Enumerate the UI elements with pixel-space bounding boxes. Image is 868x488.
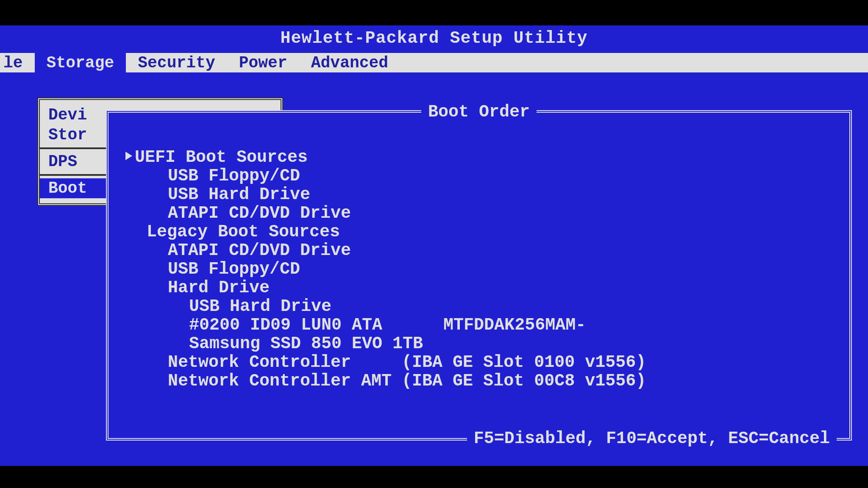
boot-item[interactable]: ATAPI CD/DVD Drive (125, 204, 646, 223)
panel-footer-hints: F5=Disabled, F10=Accept, ESC=Cancel (467, 429, 837, 448)
tab-storage[interactable]: Storage (35, 53, 126, 72)
boot-item[interactable]: USB Floppy/CD (125, 260, 646, 279)
tab-advanced[interactable]: Advanced (299, 53, 400, 72)
boot-item[interactable]: Network Controller (IBA GE Slot 0100 v15… (125, 353, 646, 372)
uefi-boot-sources[interactable]: UEFI Boot Sources (125, 148, 308, 167)
tab-file[interactable]: le (0, 53, 35, 72)
boot-item[interactable]: Network Controller AMT (IBA GE Slot 00C8… (125, 372, 646, 391)
boot-item[interactable]: USB Floppy/CD (125, 167, 646, 186)
boot-order-panel: Boot Order UEFI Boot Sources USB Floppy/… (106, 110, 852, 441)
legacy-boot-sources[interactable]: Legacy Boot Sources (125, 223, 646, 241)
triangle-right-icon (125, 152, 132, 160)
boot-item[interactable]: Samsung SSD 850 EVO 1TB (125, 335, 646, 353)
bios-screen: Hewlett-Packard Setup Utility le Storage… (0, 25, 868, 466)
boot-item[interactable]: USB Hard Drive (125, 297, 646, 316)
tab-security[interactable]: Security (126, 53, 227, 72)
tab-power[interactable]: Power (227, 53, 299, 72)
menubar: le Storage Security Power Advanced (0, 53, 868, 72)
boot-order-list: UEFI Boot Sources USB Floppy/CDUSB Hard … (125, 130, 646, 391)
panel-title: Boot Order (421, 103, 537, 122)
boot-item[interactable]: USB Hard Drive (125, 186, 646, 204)
boot-item[interactable]: ATAPI CD/DVD Drive (125, 241, 646, 260)
boot-item[interactable]: #0200 ID09 LUN0 ATA MTFDDAK256MAM- (125, 316, 646, 335)
hard-drive-group[interactable]: Hard Drive (125, 279, 646, 297)
page-title: Hewlett-Packard Setup Utility (0, 25, 868, 53)
